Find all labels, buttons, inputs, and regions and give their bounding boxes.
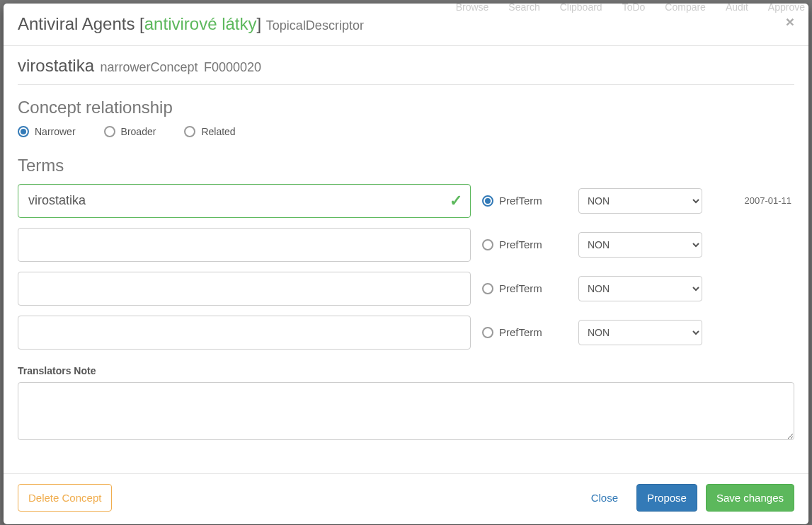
term-type-select-wrap: NONABBACREPOTRD	[578, 188, 702, 214]
pref-term-label: PrefTerm	[499, 326, 542, 338]
pref-term-radio[interactable]: PrefTerm	[482, 238, 567, 250]
term-input[interactable]	[18, 272, 471, 306]
term-type-select[interactable]: NONABBACREPOTRD	[578, 188, 702, 214]
concept-id: F0000020	[204, 60, 261, 74]
modal-header: Antiviral Agents [antivirové látky] Topi…	[4, 4, 808, 46]
pref-term-label: PrefTerm	[499, 195, 542, 207]
radio-label: Broader	[121, 126, 156, 137]
concept-subheader: virostatika narrowerConcept F0000020	[18, 56, 794, 85]
title-type: TopicalDescriptor	[266, 18, 364, 33]
modal-backdrop: BrowseSearchClipboardToDoCompareAuditApp…	[0, 0, 812, 525]
term-row: ✓PrefTermNONABBACREPOTRD2007-01-11	[18, 184, 794, 218]
modal-footer: Delete Concept Close Propose Save change…	[4, 473, 808, 524]
relationship-radio-related[interactable]: Related	[184, 126, 235, 137]
relationship-radio-group: NarrowerBroaderRelated	[18, 126, 794, 137]
radio-icon	[18, 126, 29, 137]
term-type-select-wrap: NONABBACREPOTRD	[578, 276, 702, 301]
radio-icon	[104, 126, 115, 137]
modal-body: virostatika narrowerConcept F0000020 Con…	[4, 46, 808, 473]
title-alt: antivirové látky	[144, 14, 257, 33]
radio-icon	[184, 126, 195, 137]
propose-button[interactable]: Propose	[636, 484, 697, 512]
radio-icon	[482, 327, 493, 338]
radio-icon	[482, 195, 493, 207]
modal-dialog: Antiviral Agents [antivirové látky] Topi…	[4, 4, 808, 524]
radio-icon	[482, 239, 493, 250]
terms-grid: ✓PrefTermNONABBACREPOTRD2007-01-11PrefTe…	[18, 184, 794, 350]
term-row: PrefTermNONABBACREPOTRD	[18, 272, 794, 306]
title-alt-bracket-close: ]	[257, 14, 262, 33]
radio-label: Narrower	[35, 126, 76, 137]
check-icon: ✓	[450, 192, 462, 210]
delete-concept-button[interactable]: Delete Concept	[18, 484, 112, 512]
term-input-wrap	[18, 228, 471, 262]
term-type-select[interactable]: NONABBACREPOTRD	[578, 276, 702, 301]
pref-term-radio[interactable]: PrefTerm	[482, 282, 567, 294]
translators-note-input[interactable]	[18, 382, 794, 440]
term-type-select[interactable]: NONABBACREPOTRD	[578, 320, 702, 345]
pref-term-radio[interactable]: PrefTerm	[482, 195, 567, 207]
radio-label: Related	[201, 126, 235, 137]
pref-term-radio[interactable]: PrefTerm	[482, 326, 567, 338]
title-main: Antiviral Agents	[18, 14, 135, 33]
term-input-wrap	[18, 316, 471, 350]
term-date: 2007-01-11	[745, 195, 795, 206]
relationship-radio-narrower[interactable]: Narrower	[18, 126, 76, 137]
relationship-radio-broader[interactable]: Broader	[104, 126, 156, 137]
radio-icon	[482, 283, 493, 294]
term-type-select[interactable]: NONABBACREPOTRD	[578, 232, 702, 258]
pref-term-label: PrefTerm	[499, 282, 542, 294]
term-input[interactable]	[18, 316, 471, 350]
terms-heading: Terms	[18, 156, 794, 175]
pref-term-label: PrefTerm	[499, 238, 542, 250]
concept-relation: narrowerConcept	[101, 60, 198, 74]
term-type-select-wrap: NONABBACREPOTRD	[578, 232, 702, 258]
translators-note-label: Translators Note	[18, 365, 794, 376]
term-input-wrap	[18, 272, 471, 306]
title-alt-bracket-open: [	[139, 14, 144, 33]
save-changes-button[interactable]: Save changes	[706, 484, 794, 512]
term-input[interactable]	[18, 228, 471, 262]
relationship-heading: Concept relationship	[18, 98, 794, 117]
close-icon[interactable]: ×	[786, 14, 794, 29]
term-input-wrap: ✓	[18, 184, 471, 218]
term-input[interactable]	[18, 184, 471, 218]
term-type-select-wrap: NONABBACREPOTRD	[578, 320, 702, 345]
concept-name: virostatika	[18, 56, 94, 75]
term-row: PrefTermNONABBACREPOTRD	[18, 228, 794, 262]
close-button[interactable]: Close	[581, 485, 628, 511]
term-row: PrefTermNONABBACREPOTRD	[18, 316, 794, 350]
modal-title: Antiviral Agents [antivirové látky] Topi…	[18, 14, 364, 35]
